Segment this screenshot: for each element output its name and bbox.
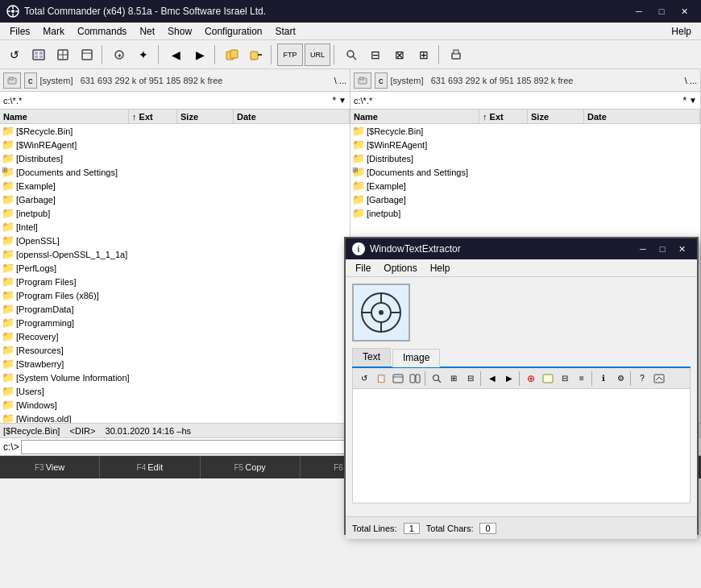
list-item[interactable]: 📁 [Garbage]	[0, 193, 350, 206]
dt-btn7[interactable]: ⊟	[462, 371, 479, 387]
dt-forward[interactable]: ▶	[501, 371, 517, 387]
dt-btn11[interactable]: ⊟	[557, 371, 573, 387]
list-item[interactable]: 📁 [inetpub]	[0, 206, 350, 220]
left-col-size[interactable]: Size	[177, 110, 234, 123]
tab-image[interactable]: Image	[392, 349, 440, 367]
menu-help[interactable]: Help	[665, 24, 698, 39]
tb-btn2[interactable]	[27, 43, 50, 66]
list-item[interactable]: 📁 [Distributes]	[350, 151, 700, 165]
menu-start[interactable]: Start	[268, 24, 301, 39]
list-item[interactable]: 📁 [inetpub]	[350, 206, 700, 220]
list-item[interactable]: 📁 [Example]	[0, 179, 350, 193]
dt-settings[interactable]: ⚙	[612, 371, 628, 387]
list-item[interactable]: 📁 [$Recycle.Bin]	[0, 124, 350, 138]
left-col-date[interactable]: Date	[234, 110, 350, 123]
list-item[interactable]: 📁 [Garbage]	[350, 193, 700, 206]
tb-star[interactable]: ✦	[132, 43, 155, 66]
dt-copy[interactable]: 📋	[373, 371, 389, 387]
list-item[interactable]: 📁⊞ [Documents and Settings]	[0, 165, 350, 179]
tb-btn4[interactable]	[76, 43, 98, 66]
tb-forward[interactable]: ▶	[189, 43, 211, 66]
dt-btn12[interactable]: ≡	[574, 371, 590, 387]
tb-copy[interactable]	[221, 43, 243, 66]
right-col-date[interactable]: Date	[584, 110, 700, 123]
left-col-ext[interactable]: ↑ Ext	[129, 110, 177, 123]
tb-search[interactable]	[340, 43, 363, 66]
right-drive-change[interactable]	[354, 72, 371, 89]
list-item[interactable]: 📁 [Resources]	[0, 343, 350, 357]
right-drive-letter[interactable]: c	[375, 72, 388, 89]
tb-url[interactable]: URL	[305, 43, 330, 66]
dt-btn10[interactable]	[540, 371, 556, 387]
dt-refresh[interactable]: ↺	[356, 371, 372, 387]
menu-net[interactable]: Net	[133, 24, 161, 39]
list-item[interactable]: 📁 [$WinREAgent]	[350, 138, 700, 151]
list-item[interactable]: 📁 [Windows.old]	[0, 412, 350, 423]
fkey-f5[interactable]: F5 Copy	[201, 456, 301, 478]
dt-find[interactable]	[429, 371, 445, 387]
dt-info[interactable]: ℹ	[595, 371, 612, 387]
dialog-menu-options[interactable]: Options	[377, 261, 423, 275]
right-col-ext[interactable]: ↑ Ext	[479, 110, 528, 123]
right-col-size[interactable]: Size	[528, 110, 584, 123]
tb-print[interactable]	[445, 43, 467, 66]
crosshair-target-box[interactable]	[352, 284, 410, 342]
tb-sync[interactable]: ⊟	[364, 43, 387, 66]
tb-multirename[interactable]: ⊠	[388, 43, 411, 66]
left-col-name[interactable]: Name	[0, 110, 129, 123]
right-path-dropdown[interactable]: ▼	[689, 96, 697, 105]
tb-config[interactable]: ⊞	[413, 43, 435, 66]
list-item[interactable]: 📁⊞ [Documents and Settings]	[350, 165, 700, 179]
list-item[interactable]: 📁 [Distributes]	[0, 151, 350, 165]
fkey-f3[interactable]: F3 View	[0, 456, 100, 478]
menu-mark[interactable]: Mark	[36, 24, 71, 39]
dt-btn6[interactable]: ⊞	[446, 371, 462, 387]
list-item[interactable]: 📁 [Program Files (x86)]	[0, 288, 350, 302]
dt-help[interactable]: ?	[634, 371, 650, 387]
dt-btn3[interactable]	[390, 371, 406, 387]
menu-configuration[interactable]: Configuration	[198, 24, 268, 39]
list-item[interactable]: 📁 [Programming]	[0, 316, 350, 329]
dialog-menu-help[interactable]: Help	[424, 261, 457, 275]
list-item[interactable]: 📁 [Windows]	[0, 398, 350, 412]
tb-back[interactable]: ◀	[164, 43, 187, 66]
tb-ftp[interactable]: FTP	[277, 43, 303, 66]
dt-btn4[interactable]	[407, 371, 423, 387]
list-item[interactable]: 📁 [$WinREAgent]	[0, 138, 350, 151]
list-item[interactable]: 📁 [OpenSSL]	[0, 234, 350, 247]
dt-btn15[interactable]	[651, 371, 667, 387]
list-item[interactable]: 📁 [$Recycle.Bin]	[350, 124, 700, 138]
fkey-f4[interactable]: F4 Edit	[100, 456, 200, 478]
tb-btn3[interactable]	[52, 43, 74, 66]
menu-show[interactable]: Show	[161, 24, 198, 39]
list-item[interactable]: 📁 [ProgramData]	[0, 302, 350, 316]
left-drive-change[interactable]	[3, 72, 21, 89]
maximize-button[interactable]: □	[651, 3, 672, 19]
menu-commands[interactable]: Commands	[71, 24, 133, 39]
list-item[interactable]: 📁 [System Volume Information]	[0, 371, 350, 384]
dialog-close[interactable]: ✕	[673, 242, 691, 256]
tb-move[interactable]	[245, 43, 268, 66]
minimize-button[interactable]: ─	[628, 3, 649, 19]
dialog-maximize[interactable]: □	[653, 242, 671, 256]
dialog-minimize[interactable]: ─	[634, 242, 652, 256]
list-item[interactable]: 📁 [Strawberry]	[0, 357, 350, 371]
menu-files[interactable]: Files	[3, 24, 36, 39]
dialog-menu-file[interactable]: File	[349, 261, 377, 275]
left-drive-letter[interactable]: c	[24, 72, 37, 89]
tb-btn5[interactable]: ✦	[108, 43, 131, 66]
right-col-name[interactable]: Name	[350, 110, 479, 123]
list-item[interactable]: 📁 [Recovery]	[0, 329, 350, 343]
list-item[interactable]: 📁 [Program Files]	[0, 275, 350, 288]
dt-back[interactable]: ◀	[484, 371, 500, 387]
left-path-dropdown[interactable]: ▼	[338, 96, 346, 105]
dt-highlight[interactable]: ⊕	[523, 371, 539, 387]
tab-text[interactable]: Text	[352, 348, 391, 366]
list-item[interactable]: 📁 [openssl-OpenSSL_1_1_1a]	[0, 247, 350, 261]
close-button[interactable]: ✕	[674, 3, 695, 19]
list-item[interactable]: 📁 [Users]	[0, 384, 350, 398]
tb-refresh[interactable]: ↺	[3, 43, 26, 66]
list-item[interactable]: 📁 [PerfLogs]	[0, 261, 350, 275]
list-item[interactable]: 📁 [Example]	[350, 179, 700, 193]
list-item[interactable]: 📁 [Intel]	[0, 220, 350, 234]
